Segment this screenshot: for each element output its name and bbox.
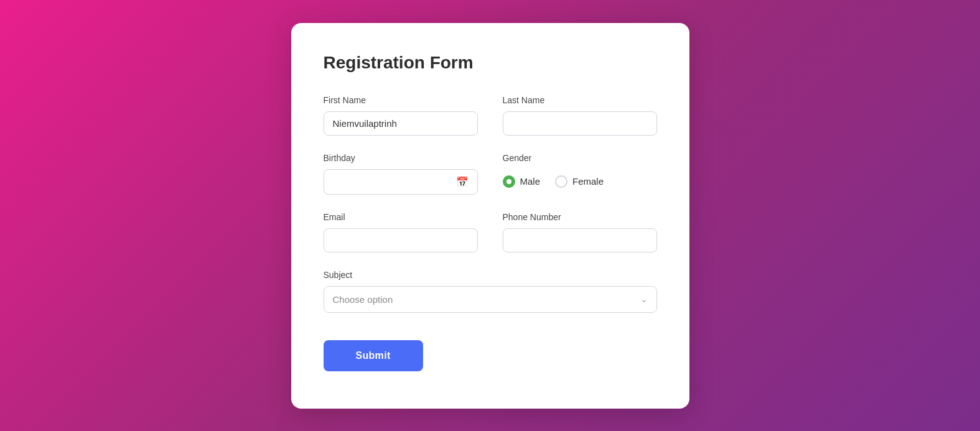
gender-group: Gender Male Female bbox=[503, 153, 657, 195]
subject-select[interactable]: Choose option Option 1 Option 2 Option 3 bbox=[324, 287, 656, 312]
gender-female-label: Female bbox=[572, 176, 604, 187]
gender-options: Male Female bbox=[503, 169, 657, 188]
last-name-input[interactable] bbox=[503, 111, 657, 136]
registration-form-card: Registration Form First Name Last Name B… bbox=[291, 23, 689, 409]
email-input[interactable] bbox=[324, 228, 478, 253]
submit-button[interactable]: Submit bbox=[324, 340, 423, 371]
last-name-label: Last Name bbox=[503, 95, 657, 105]
gender-female-radio[interactable] bbox=[555, 175, 567, 188]
email-label: Email bbox=[324, 212, 478, 222]
gender-female-option[interactable]: Female bbox=[555, 175, 604, 188]
first-name-label: First Name bbox=[324, 95, 478, 105]
calendar-icon[interactable]: 📅 bbox=[456, 176, 469, 188]
phone-input[interactable] bbox=[503, 228, 657, 253]
email-phone-row: Email Phone Number bbox=[324, 212, 657, 253]
name-row: First Name Last Name bbox=[324, 95, 657, 136]
first-name-group: First Name bbox=[324, 95, 478, 136]
subject-select-wrapper: Choose option Option 1 Option 2 Option 3… bbox=[324, 286, 657, 313]
birthday-gender-row: Birthday 📅 Gender Male Female bbox=[324, 153, 657, 195]
birthday-label: Birthday bbox=[324, 153, 478, 163]
gender-male-label: Male bbox=[520, 176, 541, 187]
gender-male-option[interactable]: Male bbox=[503, 175, 541, 188]
birthday-input-wrapper[interactable]: 📅 bbox=[324, 169, 478, 195]
form-title: Registration Form bbox=[324, 53, 657, 73]
birthday-group: Birthday 📅 bbox=[324, 153, 478, 195]
subject-group: Subject Choose option Option 1 Option 2 … bbox=[324, 270, 657, 313]
last-name-group: Last Name bbox=[503, 95, 657, 136]
subject-row: Subject Choose option Option 1 Option 2 … bbox=[324, 270, 657, 313]
gender-label: Gender bbox=[503, 153, 657, 163]
subject-label: Subject bbox=[324, 270, 657, 280]
email-group: Email bbox=[324, 212, 478, 253]
gender-male-radio[interactable] bbox=[503, 175, 515, 188]
first-name-input[interactable] bbox=[324, 111, 478, 136]
phone-label: Phone Number bbox=[503, 212, 657, 222]
birthday-input[interactable] bbox=[333, 177, 456, 187]
phone-group: Phone Number bbox=[503, 212, 657, 253]
